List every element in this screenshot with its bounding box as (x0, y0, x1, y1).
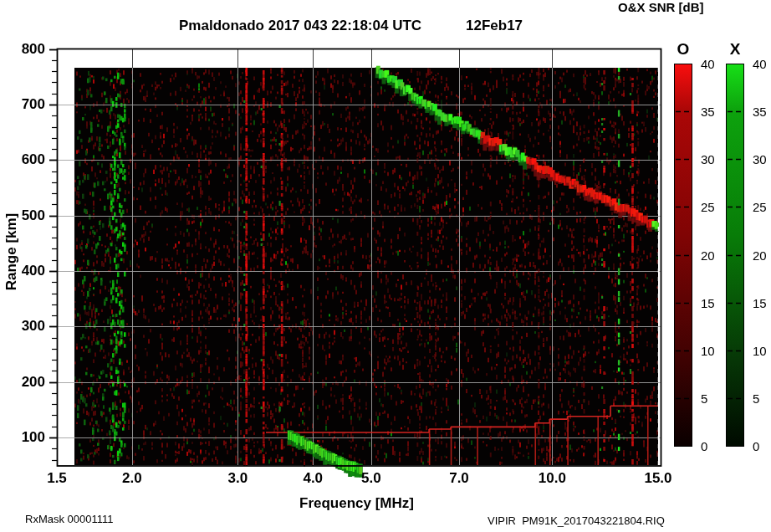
colorbar-x-tick-label: 35 (753, 105, 771, 119)
x-tick-label: 15.0 (640, 470, 677, 487)
y-tick-label: 500 (7, 207, 45, 224)
x-tick-label: 4.0 (294, 470, 331, 487)
colorbar-o-tick-label: 10 (701, 344, 726, 358)
colorbar-title: O&X SNR [dB] (618, 0, 704, 14)
colorbar-o-tick-label: 0 (701, 439, 726, 453)
x-tick-label: 7.0 (441, 470, 477, 487)
plot-date: 12Feb17 (466, 18, 523, 34)
colorbar-x-tick-label: 20 (753, 248, 771, 263)
colorbar-x-tick-label: 40 (753, 57, 771, 71)
colorbar-o-header: O (674, 40, 692, 59)
y-tick-label: 200 (7, 374, 45, 391)
ionogram-canvas (0, 0, 771, 532)
x-tick-label: 1.5 (38, 470, 75, 487)
plot-title: Pmaldonado 2017 043 22:18:04 UTC (179, 18, 421, 34)
colorbar-x-tick-label: 10 (753, 344, 771, 358)
colorbar-o-tick-label: 30 (701, 152, 726, 166)
x-tick-label: 2.0 (114, 470, 151, 487)
colorbar-x-tick-label: 30 (753, 152, 771, 166)
colorbar-o-tick-label: 35 (701, 105, 726, 119)
x-tick-label: 3.0 (219, 470, 256, 487)
x-tick-label: 5.0 (353, 470, 390, 487)
colorbar-o-tick-label: 5 (701, 391, 726, 406)
colorbar-o-tick-label: 15 (701, 296, 726, 310)
colorbar-x-tick-label: 0 (753, 439, 771, 453)
y-tick-label: 100 (7, 429, 45, 446)
colorbar-o-tick-label: 25 (701, 200, 726, 214)
filename-text: VIPIR PM91K_2017043221804.RIQ (488, 514, 665, 527)
y-tick-label: 400 (7, 263, 45, 279)
x-tick-label: 10.0 (534, 470, 570, 487)
y-tick-label: 700 (7, 96, 45, 113)
colorbar-x-tick-label: 25 (753, 200, 771, 214)
y-tick-label: 600 (7, 151, 45, 168)
y-tick-label: 300 (7, 318, 45, 335)
colorbar-x-header: X (726, 40, 744, 59)
rxmask-text: RxMask 00001111 (25, 513, 114, 525)
colorbar-o-tick-label: 20 (701, 248, 726, 263)
colorbar-x-tick-label: 15 (753, 296, 771, 310)
colorbar-x-tick-label: 5 (753, 391, 771, 406)
colorbar-o-tick-label: 40 (701, 57, 726, 71)
y-tick-label: 800 (7, 41, 45, 58)
x-axis-label: Frequency [MHz] (299, 495, 414, 512)
ionogram-page: { "header": { "title": "Pmaldonado 2017 … (0, 0, 771, 532)
